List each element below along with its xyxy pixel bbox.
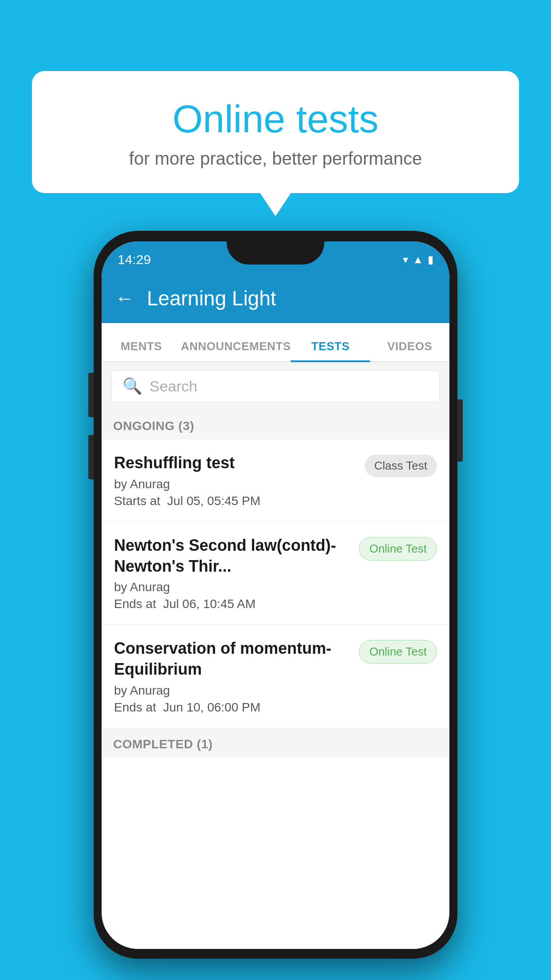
test-item-author: by Anurag bbox=[114, 684, 350, 698]
search-input[interactable]: 🔍 Search bbox=[111, 370, 440, 402]
test-item-time: Ends at Jun 10, 06:00 PM bbox=[114, 700, 350, 715]
test-list: Reshuffling test by Anurag Starts at Jul… bbox=[102, 439, 449, 728]
test-item-content: Reshuffling test by Anurag Starts at Jul… bbox=[114, 453, 365, 508]
status-icons: ▾ ▲ ▮ bbox=[403, 253, 433, 266]
phone-notch bbox=[227, 241, 324, 265]
phone-screen: 14:29 ▾ ▲ ▮ ← Learning Light MENTS ANNOU… bbox=[102, 241, 449, 949]
test-item-author: by Anurag bbox=[114, 580, 350, 594]
tab-videos[interactable]: VIDEOS bbox=[370, 340, 449, 361]
test-item-content: Newton's Second law(contd)-Newton's Thir… bbox=[114, 535, 359, 612]
test-item-name: Conservation of momentum-Equilibrium bbox=[114, 638, 350, 680]
status-time: 14:29 bbox=[118, 252, 151, 267]
speech-bubble-title: Online tests bbox=[54, 98, 497, 141]
phone-container: 14:29 ▾ ▲ ▮ ← Learning Light MENTS ANNOU… bbox=[94, 231, 457, 959]
test-badge-class: Class Test bbox=[365, 454, 437, 477]
test-badge-online: Online Test bbox=[359, 640, 437, 664]
test-item-time: Ends at Jul 06, 10:45 AM bbox=[114, 597, 350, 611]
test-item[interactable]: Conservation of momentum-Equilibrium by … bbox=[102, 625, 449, 728]
completed-section-header: COMPLETED (1) bbox=[102, 728, 449, 758]
volume-down-button bbox=[88, 435, 94, 479]
test-item-content: Conservation of momentum-Equilibrium by … bbox=[114, 638, 359, 715]
tab-announcements[interactable]: ANNOUNCEMENTS bbox=[181, 340, 291, 361]
app-bar-title: Learning Light bbox=[147, 286, 276, 310]
search-container: 🔍 Search bbox=[102, 362, 449, 410]
ongoing-section-header: ONGOING (3) bbox=[102, 410, 449, 439]
signal-icon: ▲ bbox=[413, 253, 423, 266]
speech-bubble-subtitle: for more practice, better performance bbox=[54, 149, 497, 169]
test-item-time: Starts at Jul 05, 05:45 PM bbox=[114, 494, 356, 508]
test-item-name: Newton's Second law(contd)-Newton's Thir… bbox=[114, 535, 350, 577]
test-item[interactable]: Newton's Second law(contd)-Newton's Thir… bbox=[102, 522, 449, 625]
app-bar: ← Learning Light bbox=[102, 273, 449, 323]
volume-up-button bbox=[88, 373, 94, 417]
battery-icon: ▮ bbox=[428, 253, 433, 266]
tabs-container: MENTS ANNOUNCEMENTS TESTS VIDEOS bbox=[102, 323, 449, 362]
test-badge-online: Online Test bbox=[359, 537, 437, 561]
search-icon: 🔍 bbox=[122, 377, 142, 395]
tab-tests[interactable]: TESTS bbox=[291, 340, 370, 361]
test-item-name: Reshuffling test bbox=[114, 453, 356, 474]
search-placeholder: Search bbox=[150, 378, 197, 395]
test-item-author: by Anurag bbox=[114, 477, 356, 491]
tab-ments[interactable]: MENTS bbox=[102, 340, 181, 361]
speech-bubble: Online tests for more practice, better p… bbox=[32, 71, 519, 193]
test-item[interactable]: Reshuffling test by Anurag Starts at Jul… bbox=[102, 439, 449, 522]
power-button bbox=[457, 399, 463, 462]
back-button[interactable]: ← bbox=[115, 288, 134, 308]
wifi-icon: ▾ bbox=[403, 253, 408, 266]
